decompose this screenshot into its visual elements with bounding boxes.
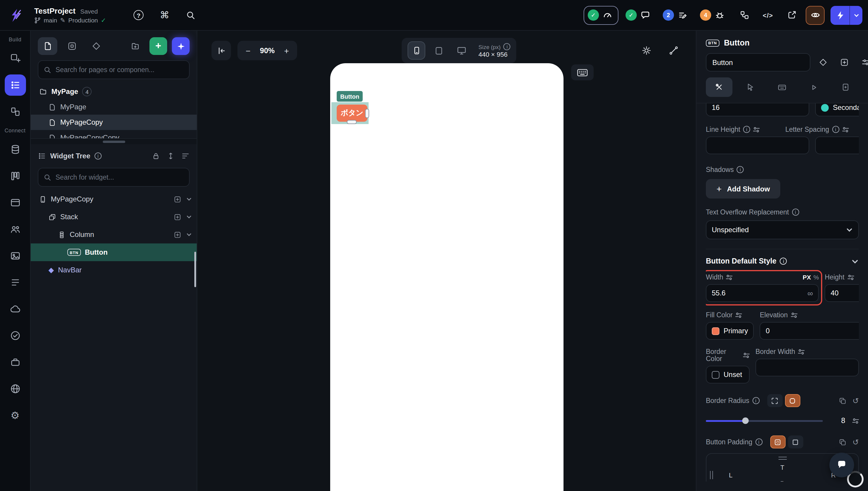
widget-name-input[interactable] — [706, 53, 810, 71]
text-overflow-dropdown[interactable]: Unspecified — [706, 221, 859, 239]
width-input-field[interactable]: ∞ — [706, 284, 819, 302]
nav-logs[interactable] — [4, 272, 26, 293]
flutterflow-logo[interactable] — [0, 7, 31, 23]
keyboard-shortcuts-chip[interactable] — [571, 64, 594, 80]
nav-localization[interactable] — [4, 378, 26, 399]
pages-search[interactable] — [38, 60, 189, 79]
widget-search[interactable] — [38, 168, 189, 187]
run-options-button[interactable] — [850, 6, 862, 25]
info-icon[interactable]: i — [792, 208, 799, 216]
text-color-dropdown[interactable]: Secondary — [815, 104, 859, 116]
selected-button-widget[interactable]: ボタン — [337, 105, 367, 122]
set-from-variable-icon[interactable] — [753, 126, 759, 133]
add-folder-button[interactable] — [125, 37, 145, 55]
theme-widgets-tab-button[interactable] — [86, 37, 106, 55]
nav-app-window[interactable] — [4, 192, 26, 213]
edit-branch-icon[interactable]: ✎ — [60, 17, 66, 24]
page-list-item[interactable]: MyPage — [31, 99, 197, 115]
line-height-input[interactable] — [706, 137, 809, 154]
reset-icon[interactable]: ↺ — [852, 396, 859, 405]
theme-style-button[interactable] — [814, 54, 832, 71]
copy-icon[interactable] — [839, 397, 846, 404]
nav-storyboard[interactable] — [4, 101, 26, 122]
save-as-component-button[interactable] — [836, 54, 853, 71]
reset-icon[interactable]: ↺ — [852, 437, 859, 446]
search-button[interactable] — [183, 7, 198, 23]
set-from-variable-icon[interactable] — [852, 417, 859, 424]
set-from-variable-icon[interactable] — [842, 126, 848, 133]
zoom-level[interactable]: 90% — [258, 47, 277, 55]
nav-database[interactable] — [4, 139, 26, 160]
settings-nav[interactable]: ⚙ — [4, 405, 26, 426]
collapse-panel-button[interactable] — [211, 41, 231, 60]
padding-left-handle[interactable] — [710, 471, 713, 479]
project-name[interactable]: TestProject — [34, 6, 76, 16]
add-shadow-button[interactable]: + Add Shadow — [706, 179, 781, 199]
resize-handle-right[interactable] — [365, 109, 369, 118]
tree-options-icon[interactable] — [181, 152, 189, 160]
add-widget-icon[interactable] — [174, 231, 181, 238]
copy-icon[interactable] — [839, 438, 846, 446]
device-tablet-button[interactable] — [430, 41, 448, 60]
tree-node-button-selected[interactable]: BTN Button — [31, 243, 197, 261]
letter-spacing-input[interactable] — [815, 137, 859, 154]
slider-knob[interactable] — [743, 417, 749, 424]
px-unit-toggle[interactable]: PX — [803, 273, 811, 281]
widget-tree-info-icon[interactable]: i — [94, 152, 101, 160]
border-color-picker[interactable]: Unset — [706, 366, 750, 383]
tab-properties[interactable] — [706, 78, 732, 97]
fill-color-picker[interactable]: Primary — [706, 322, 754, 340]
info-icon[interactable]: i — [832, 126, 839, 133]
page-list-item[interactable]: MyPageCopyCopy — [31, 130, 197, 138]
pages-tab-button[interactable] — [38, 37, 57, 55]
panel-resize-handle[interactable] — [31, 138, 197, 144]
info-icon[interactable]: i — [780, 258, 787, 265]
zoom-in-button[interactable]: + — [279, 44, 294, 58]
components-tab-button[interactable] — [62, 37, 82, 55]
device-phone-button[interactable] — [408, 41, 425, 60]
padding-top-handle[interactable] — [778, 457, 786, 460]
panel-scrollbar[interactable] — [194, 252, 196, 287]
nav-cloud-functions[interactable] — [4, 298, 26, 320]
chevron-down-icon[interactable] — [186, 232, 192, 237]
tree-node-stack[interactable]: Stack — [31, 208, 197, 226]
page-list-item-selected[interactable]: MyPageCopy — [31, 115, 197, 130]
set-from-variable-icon[interactable] — [847, 274, 854, 280]
command-palette-button[interactable]: ⌘ — [157, 7, 172, 23]
info-icon[interactable]: i — [755, 438, 762, 445]
section-collapse-icon[interactable] — [851, 257, 859, 265]
widget-search-input[interactable] — [56, 174, 184, 181]
readiness-check-pill[interactable]: ✓ — [583, 6, 619, 25]
preview-button[interactable] — [806, 6, 825, 25]
info-icon[interactable]: i — [737, 166, 744, 173]
height-input-field[interactable]: ∞ — [825, 284, 859, 302]
chat-launcher-button[interactable] — [829, 453, 854, 478]
add-widget-icon[interactable] — [174, 195, 181, 203]
elevation-input[interactable] — [760, 322, 859, 340]
border-radius-value[interactable]: 8 — [830, 416, 845, 425]
tab-data[interactable] — [769, 78, 795, 97]
set-from-variable-icon[interactable] — [736, 312, 742, 318]
share-button[interactable] — [782, 6, 801, 25]
nav-api-calls[interactable] — [4, 166, 26, 187]
pages-search-input[interactable] — [56, 66, 184, 73]
resize-handle-bottom[interactable] — [347, 120, 357, 124]
nav-page-selector[interactable] — [4, 75, 26, 96]
padding-uniform-toggle[interactable] — [770, 435, 785, 449]
ai-generate-button[interactable] — [172, 37, 189, 55]
infinity-icon[interactable]: ∞ — [807, 289, 813, 297]
info-icon[interactable]: i — [743, 126, 750, 133]
border-radius-slider[interactable] — [706, 420, 823, 422]
phone-canvas[interactable]: Button ボタン — [330, 63, 564, 491]
set-from-variable-icon[interactable] — [790, 312, 797, 318]
nav-checks[interactable] — [4, 325, 26, 346]
workflow-button[interactable] — [735, 6, 754, 25]
page-folder-row[interactable]: MyPage 4 — [31, 84, 197, 99]
padding-advanced-toggle[interactable] — [788, 435, 803, 449]
tree-node-column[interactable]: Column — [31, 226, 197, 243]
todo-count-pill[interactable]: 2 — [659, 6, 693, 25]
set-from-variable-icon[interactable] — [726, 274, 733, 280]
percent-unit-toggle[interactable]: % — [813, 273, 819, 281]
theme-mode-button[interactable] — [637, 41, 656, 60]
border-width-input[interactable] — [755, 359, 859, 376]
